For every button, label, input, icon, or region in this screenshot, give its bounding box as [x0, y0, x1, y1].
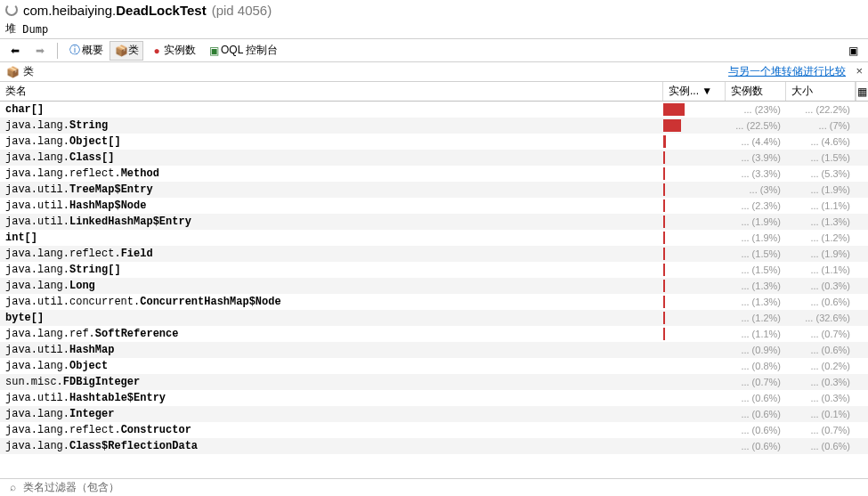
cell-classname: java.lang.ref.SoftReference	[0, 328, 663, 340]
cell-instances: ... (1.3%)	[726, 297, 786, 307]
table-row[interactable]: java.lang.Class[]... (3.9%)... (1.5%)	[0, 150, 868, 166]
table-row[interactable]: java.lang.Object... (0.8%)... (0.2%)	[0, 358, 868, 374]
table-row[interactable]: java.lang.Integer... (0.6%)... (0.1%)	[0, 406, 868, 422]
cell-bar	[663, 280, 726, 292]
filter-label[interactable]: 类名过滤器（包含）	[23, 480, 119, 495]
table-row[interactable]: byte[]... (1.2%)... (32.6%)	[0, 310, 868, 326]
table-row[interactable]: java.lang.String[]... (1.5%)... (1.1%)	[0, 262, 868, 278]
table-header: 类名 实例... ▼ 实例数 大小 ▦	[0, 82, 868, 102]
cell-instances: ... (1.1%)	[726, 329, 786, 339]
cell-instances: ... (1.3%)	[726, 281, 786, 291]
table-row[interactable]: java.lang.ref.SoftReference... (1.1%)...…	[0, 326, 868, 342]
cell-instances: ... (1.9%)	[726, 232, 786, 243]
cell-classname: java.lang.reflect.Field	[0, 248, 663, 260]
cell-size: ... (0.3%)	[786, 393, 856, 403]
table-row[interactable]: java.lang.Class$ReflectionData... (0.6%)…	[0, 438, 868, 454]
window-detach-button[interactable]: ▣	[841, 41, 864, 61]
back-button[interactable]: ⬅	[4, 41, 27, 61]
cell-bar	[663, 215, 726, 228]
window-title: com.heibaiying.DeadLockTest (pid 4056)	[0, 0, 868, 20]
table-row[interactable]: java.lang.String... (22.5%)... (7%)	[0, 118, 868, 134]
table-row[interactable]: java.lang.reflect.Field... (1.5%)... (1.…	[0, 246, 868, 262]
cell-bar	[663, 199, 726, 212]
col-classname[interactable]: 类名	[0, 82, 663, 101]
instances-button[interactable]: ●实例数	[145, 41, 200, 61]
cell-instances: ... (23%)	[726, 104, 786, 115]
oql-button[interactable]: ▣OQL 控制台	[202, 41, 282, 61]
cell-size: ... (1.1%)	[786, 264, 856, 275]
forward-button[interactable]: ➡	[28, 41, 52, 61]
filter-icon[interactable]: ⌕	[5, 481, 20, 495]
cell-instances: ... (0.8%)	[726, 361, 786, 371]
cell-bar	[663, 232, 726, 244]
console-icon: ▣	[207, 44, 221, 58]
cell-classname: java.lang.String	[0, 119, 663, 132]
cell-size: ... (0.6%)	[786, 345, 856, 355]
cell-instances: ... (2.3%)	[726, 200, 786, 211]
cell-classname: java.lang.reflect.Constructor	[0, 424, 663, 436]
table-row[interactable]: java.util.HashMap$Node... (2.3%)... (1.1…	[0, 198, 868, 214]
panel-title: 类	[23, 64, 34, 79]
table-row[interactable]: java.util.Hashtable$Entry... (0.6%)... (…	[0, 390, 868, 406]
title-class: DeadLockTest	[116, 3, 206, 18]
cell-classname: java.util.concurrent.ConcurrentHashMap$N…	[0, 296, 663, 308]
title-pid: (pid 4056)	[212, 3, 272, 18]
overview-label: 概要	[82, 43, 103, 58]
table-row[interactable]: java.util.LinkedHashMap$Entry... (1.9%).…	[0, 214, 868, 230]
table-row[interactable]: java.util.TreeMap$Entry... (3%)... (1.9%…	[0, 182, 868, 198]
compare-heap-link[interactable]: 与另一个堆转储进行比较	[728, 65, 846, 77]
cell-bar	[663, 296, 726, 308]
table-row[interactable]: int[]... (1.9%)... (1.2%)	[0, 230, 868, 246]
cell-instances: ... (0.6%)	[726, 425, 786, 435]
cell-classname: java.util.Hashtable$Entry	[0, 392, 663, 404]
panel-header: 📦 类 与另一个堆转储进行比较 ×	[0, 62, 868, 82]
classes-button[interactable]: 📦类	[110, 41, 143, 61]
cell-size: ... (7%)	[786, 120, 856, 131]
toolbar: ⬅ ➡ ⓘ概要 📦类 ●实例数 ▣OQL 控制台 ▣	[0, 39, 868, 62]
columns-menu-icon[interactable]: ▦	[856, 82, 868, 101]
cell-classname: char[]	[0, 103, 663, 116]
table-row[interactable]: java.util.HashMap... (0.9%)... (0.6%)	[0, 342, 868, 358]
cell-instances: ... (22.5%)	[726, 120, 786, 131]
cell-size: ... (32.6%)	[786, 313, 856, 323]
table-row[interactable]: java.lang.reflect.Constructor... (0.6%).…	[0, 422, 868, 438]
table-row[interactable]: char[]... (23%)... (22.2%)	[0, 102, 868, 118]
cell-size: ... (1.2%)	[786, 232, 856, 243]
col-instances-bar[interactable]: 实例... ▼	[663, 82, 726, 101]
close-panel-button[interactable]: ×	[856, 64, 863, 77]
cell-size: ... (0.6%)	[786, 297, 856, 307]
cell-instances: ... (0.9%)	[726, 345, 786, 355]
col-instances[interactable]: 实例数	[726, 82, 786, 101]
col-size[interactable]: 大小	[786, 82, 856, 101]
cell-size: ... (22.2%)	[786, 104, 856, 115]
title-package: com.heibaiying.	[23, 3, 116, 18]
arrow-right-icon: ➡	[33, 44, 47, 58]
table-row[interactable]: java.lang.reflect.Method... (3.3%)... (5…	[0, 166, 868, 182]
table-row[interactable]: java.lang.Long... (1.3%)... (0.3%)	[0, 278, 868, 294]
loading-spinner-icon	[5, 4, 18, 16]
footer: ⌕ 类名过滤器（包含）	[0, 478, 868, 496]
cell-size: ... (1.1%)	[786, 200, 856, 211]
cell-classname: sun.misc.FDBigInteger	[0, 376, 663, 388]
instances-label: 实例数	[164, 43, 196, 58]
overview-button[interactable]: ⓘ概要	[63, 41, 108, 61]
cell-bar	[663, 248, 726, 260]
cell-instances: ... (1.5%)	[726, 264, 786, 275]
cell-bar	[663, 103, 726, 116]
cell-instances: ... (3%)	[726, 184, 786, 195]
cell-instances: ... (3.9%)	[726, 152, 786, 163]
package-icon: 📦	[114, 44, 128, 58]
cell-classname: int[]	[0, 232, 663, 244]
table-row[interactable]: sun.misc.FDBigInteger... (0.7%)... (0.3%…	[0, 374, 868, 390]
table-row[interactable]: java.util.concurrent.ConcurrentHashMap$N…	[0, 294, 868, 310]
cell-bar	[663, 183, 726, 196]
table-row[interactable]: java.lang.Object[]... (4.4%)... (4.6%)	[0, 134, 868, 150]
cell-classname: byte[]	[0, 312, 663, 324]
cell-classname: java.lang.Object	[0, 360, 663, 372]
cell-size: ... (0.7%)	[786, 425, 856, 435]
cell-instances: ... (1.9%)	[726, 216, 786, 227]
cell-size: ... (0.1%)	[786, 409, 856, 419]
cell-classname: java.lang.Object[]	[0, 135, 663, 148]
cell-instances: ... (0.6%)	[726, 409, 786, 419]
classes-label: 类	[128, 43, 139, 58]
